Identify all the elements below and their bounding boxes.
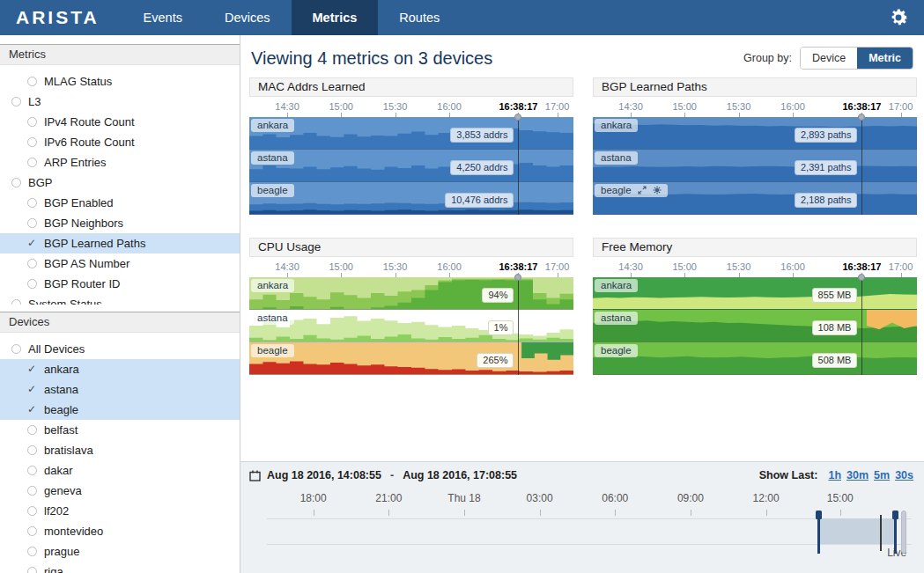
chart-row-ankara[interactable]: ankara2,893 paths [593, 117, 917, 150]
date-separator: - [390, 469, 394, 481]
radio-circle-icon [27, 218, 37, 228]
cursor-marker-handle[interactable] [514, 114, 521, 121]
cursor-line [518, 277, 519, 375]
timeline-track: 18:0021:00Thu 1803:0006:0009:0012:0015:0… [267, 492, 912, 561]
nav-tab-metrics[interactable]: Metrics [292, 0, 379, 35]
sidebar-item-belfast[interactable]: belfast [0, 420, 240, 440]
area-chart [249, 117, 573, 149]
sidebar-item-dakar[interactable]: dakar [0, 460, 240, 481]
chart-row-beagle[interactable]: beagle10,476 addrs [249, 182, 573, 215]
radio-circle-icon [11, 97, 21, 107]
sidebar-item-bgp-enabled[interactable]: BGP Enabled [0, 193, 240, 213]
range-end-date[interactable]: Aug 18 2016, 17:08:55 [403, 469, 517, 481]
sidebar-item-montevideo[interactable]: montevideo [0, 521, 240, 541]
chart-row-astana[interactable]: astana1% [249, 310, 573, 342]
panel-header: Free Memory [593, 238, 917, 257]
sidebar-item-riga[interactable]: riga [0, 562, 240, 573]
axis-tick-label: 16:00 [437, 101, 462, 112]
group-by-device-button[interactable]: Device [801, 48, 857, 69]
axis-tick-label: 16:38:17 [499, 101, 537, 112]
value-label: 2,188 paths [795, 193, 858, 208]
show-last-5m-link[interactable]: 5m [874, 469, 890, 481]
radio-circle-icon [11, 344, 21, 354]
nav-tab-devices[interactable]: Devices [203, 0, 292, 35]
brush-start-handle[interactable] [817, 511, 820, 554]
sidebar-item-lf202[interactable]: lf202 [0, 501, 240, 521]
radio-circle-icon [27, 547, 37, 556]
sidebar-item-label: IPv6 Route Count [44, 136, 135, 149]
chart-row-beagle[interactable]: beagle265% [249, 342, 573, 375]
sidebar-item-bgp-neighbors[interactable]: BGP Neighbors [0, 213, 240, 233]
brush-end-handle[interactable] [894, 511, 897, 554]
expand-icon[interactable] [638, 186, 647, 195]
timeline-panel: Aug 18 2016, 14:08:55 - Aug 18 2016, 17:… [240, 461, 924, 573]
check-icon: ✓ [27, 364, 38, 374]
range-start-date[interactable]: Aug 18 2016, 14:08:55 [267, 469, 381, 481]
sidebar-item-all-devices[interactable]: All Devices [0, 339, 240, 359]
panel-mac-addrs-learned: MAC Addrs Learned14:3015:0015:3016:0016:… [249, 77, 573, 215]
sidebar-item-system-status[interactable]: System Status [0, 294, 240, 305]
axis-tick-label: 14:30 [275, 101, 299, 112]
panel-header: CPU Usage [249, 238, 573, 257]
sidebar-item-astana[interactable]: ✓astana [0, 379, 240, 400]
radio-circle-icon [27, 117, 37, 127]
nav-tab-events[interactable]: Events [122, 0, 203, 35]
cursor-marker-handle[interactable] [858, 114, 865, 121]
sidebar-item-arp-entries[interactable]: ARP Entries [0, 152, 240, 173]
sidebar-item-ipv6-route-count[interactable]: IPv6 Route Count [0, 132, 240, 152]
sidebar-item-bgp-router-id[interactable]: BGP Router ID [0, 274, 240, 294]
arista-logo: ARISTA [0, 0, 122, 35]
chart-row-astana[interactable]: astana2,391 paths [593, 150, 917, 182]
sidebar-item-ipv4-route-count[interactable]: IPv4 Route Count [0, 112, 240, 132]
chart-row-ankara[interactable]: ankara3,853 addrs [249, 117, 573, 150]
sidebar-item-bratislava[interactable]: bratislava [0, 440, 240, 460]
show-last-30m-link[interactable]: 30m [846, 469, 869, 481]
nav-tab-routes[interactable]: Routes [378, 0, 461, 35]
sidebar-item-mlag-status[interactable]: MLAG Status [0, 71, 240, 92]
chart-row-ankara[interactable]: ankara94% [249, 277, 573, 310]
axis-tick-label: 15:30 [383, 101, 408, 112]
group-by-metric-button[interactable]: Metric [857, 48, 913, 69]
time-axis: 14:3015:0015:3016:0016:38:1717:00 [249, 257, 573, 277]
sidebar-item-ankara[interactable]: ✓ankara [0, 359, 240, 379]
sidebar-section-devices: DevicesAll Devices✓ankara✓astana✓beagleb… [0, 312, 240, 573]
sidebar-item-l3[interactable]: L3 [0, 92, 240, 112]
panel-title: BGP Learned Paths [602, 80, 707, 93]
navbar: ARISTA EventsDevicesMetricsRoutes [0, 0, 924, 35]
sidebar-item-geneva[interactable]: geneva [0, 481, 240, 501]
sidebar-item-bgp[interactable]: BGP [0, 173, 240, 193]
calendar-icon[interactable] [249, 470, 261, 481]
show-last-30s-link[interactable]: 30s [895, 469, 913, 481]
settings-gear-icon[interactable] [887, 6, 910, 29]
chart-row-astana[interactable]: astana108 MB [593, 310, 917, 342]
timeline-tick-label: 06:00 [602, 492, 628, 504]
settings-icon[interactable] [653, 186, 662, 195]
timeline-tick-label: 15:00 [827, 492, 854, 504]
chart-row-beagle[interactable]: beagle2,188 paths [593, 182, 917, 215]
chart-row-ankara[interactable]: ankara855 MB [593, 277, 917, 310]
cursor-marker-handle[interactable] [858, 274, 865, 281]
chart-row-beagle[interactable]: beagle508 MB [593, 342, 917, 375]
area-chart [249, 342, 573, 374]
timeline-tick-label: 21:00 [375, 492, 402, 504]
sidebar-item-bgp-learned-paths[interactable]: ✓BGP Learned Paths [0, 233, 240, 253]
sidebar-item-label: BGP Neighbors [44, 217, 123, 230]
timeline-tick-label: 18:00 [300, 492, 327, 504]
area-chart [593, 150, 917, 181]
show-last-1h-link[interactable]: 1h [828, 469, 841, 481]
device-label: astana [595, 151, 638, 165]
area-chart [249, 150, 573, 181]
device-name: astana [601, 152, 632, 163]
cursor-marker-handle[interactable] [514, 274, 521, 281]
sidebar-item-bgp-as-number[interactable]: BGP AS Number [0, 253, 240, 274]
layout: MetricsMLAG StatusL3IPv4 Route CountIPv6… [0, 35, 924, 573]
sidebar-item-prague[interactable]: prague [0, 541, 240, 562]
chart-row-astana[interactable]: astana4,250 addrs [249, 150, 573, 182]
live-handle[interactable] [901, 511, 906, 554]
timeline-tick-mark [540, 510, 541, 516]
sidebar-item-label: beagle [44, 403, 78, 416]
sidebar-item-beagle[interactable]: ✓beagle [0, 400, 240, 420]
chart-rows: ankara3,853 addrsastana4,250 addrsbeagle… [249, 117, 573, 215]
brush-range[interactable] [817, 518, 893, 544]
area-chart [593, 342, 917, 374]
